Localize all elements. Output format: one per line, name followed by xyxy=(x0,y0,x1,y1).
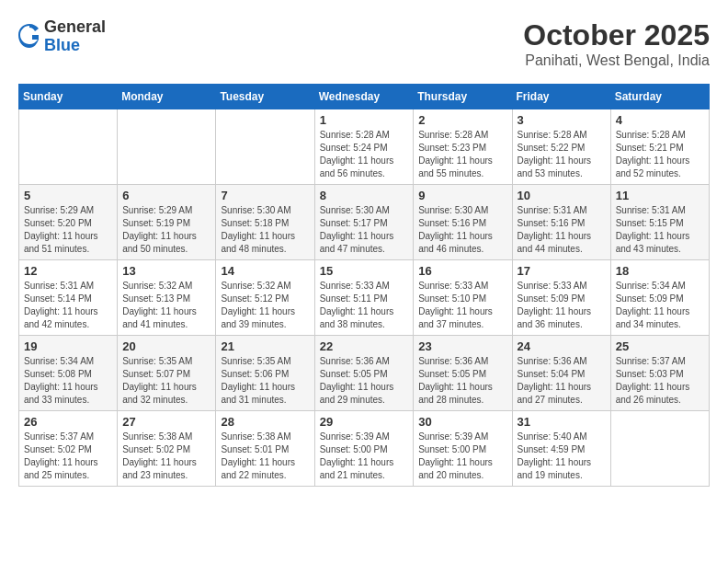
calendar-cell: 11Sunrise: 5:31 AM Sunset: 5:15 PM Dayli… xyxy=(610,185,709,260)
day-info: Sunrise: 5:40 AM Sunset: 4:59 PM Dayligh… xyxy=(518,431,606,482)
day-info: Sunrise: 5:36 AM Sunset: 5:05 PM Dayligh… xyxy=(418,355,506,407)
day-number: 24 xyxy=(518,339,606,353)
logo: General Blue xyxy=(18,18,106,55)
calendar-week-5: 26Sunrise: 5:37 AM Sunset: 5:02 PM Dayli… xyxy=(19,411,710,487)
day-info: Sunrise: 5:35 AM Sunset: 5:07 PM Dayligh… xyxy=(122,355,210,407)
calendar-cell: 29Sunrise: 5:39 AM Sunset: 5:00 PM Dayli… xyxy=(314,411,414,487)
calendar-cell: 24Sunrise: 5:36 AM Sunset: 5:04 PM Dayli… xyxy=(512,336,610,411)
day-number: 3 xyxy=(518,113,606,127)
day-info: Sunrise: 5:31 AM Sunset: 5:16 PM Dayligh… xyxy=(518,204,606,256)
day-number: 5 xyxy=(24,189,112,202)
day-info: Sunrise: 5:29 AM Sunset: 5:20 PM Dayligh… xyxy=(24,204,112,256)
weekday-header-wednesday: Wednesday xyxy=(314,85,414,109)
weekday-header-saturday: Saturday xyxy=(610,85,709,109)
logo-general-text: General xyxy=(44,18,106,37)
day-number: 7 xyxy=(221,189,309,202)
day-number: 12 xyxy=(24,264,112,278)
calendar-cell: 1Sunrise: 5:28 AM Sunset: 5:24 PM Daylig… xyxy=(314,109,414,185)
day-info: Sunrise: 5:29 AM Sunset: 5:19 PM Dayligh… xyxy=(122,204,210,256)
day-number: 2 xyxy=(418,113,506,127)
day-info: Sunrise: 5:31 AM Sunset: 5:15 PM Dayligh… xyxy=(616,204,704,256)
calendar-cell: 26Sunrise: 5:37 AM Sunset: 5:02 PM Dayli… xyxy=(19,411,118,487)
calendar-cell: 6Sunrise: 5:29 AM Sunset: 5:19 PM Daylig… xyxy=(118,185,216,260)
calendar-header: SundayMondayTuesdayWednesdayThursdayFrid… xyxy=(19,85,710,109)
day-number: 30 xyxy=(418,415,506,429)
day-info: Sunrise: 5:36 AM Sunset: 5:04 PM Dayligh… xyxy=(518,355,606,407)
day-number: 16 xyxy=(418,264,506,278)
day-info: Sunrise: 5:34 AM Sunset: 5:09 PM Dayligh… xyxy=(616,280,704,331)
day-number: 29 xyxy=(320,415,409,429)
calendar-cell: 2Sunrise: 5:28 AM Sunset: 5:23 PM Daylig… xyxy=(414,109,512,185)
calendar-week-1: 1Sunrise: 5:28 AM Sunset: 5:24 PM Daylig… xyxy=(19,109,710,185)
day-number: 31 xyxy=(518,415,606,429)
calendar-cell: 20Sunrise: 5:35 AM Sunset: 5:07 PM Dayli… xyxy=(118,336,216,411)
day-info: Sunrise: 5:39 AM Sunset: 5:00 PM Dayligh… xyxy=(418,431,506,482)
day-number: 8 xyxy=(320,189,409,202)
calendar-cell: 15Sunrise: 5:33 AM Sunset: 5:11 PM Dayli… xyxy=(314,260,414,336)
calendar-cell xyxy=(19,109,118,185)
day-info: Sunrise: 5:37 AM Sunset: 5:02 PM Dayligh… xyxy=(24,431,112,482)
day-info: Sunrise: 5:34 AM Sunset: 5:08 PM Dayligh… xyxy=(24,355,112,407)
calendar-cell: 13Sunrise: 5:32 AM Sunset: 5:13 PM Dayli… xyxy=(118,260,216,336)
day-info: Sunrise: 5:31 AM Sunset: 5:14 PM Dayligh… xyxy=(24,280,112,331)
calendar-cell: 17Sunrise: 5:33 AM Sunset: 5:09 PM Dayli… xyxy=(512,260,610,336)
day-info: Sunrise: 5:33 AM Sunset: 5:11 PM Dayligh… xyxy=(320,280,409,331)
day-number: 15 xyxy=(320,264,409,278)
weekday-header-tuesday: Tuesday xyxy=(216,85,314,109)
calendar-cell xyxy=(610,411,709,487)
day-info: Sunrise: 5:28 AM Sunset: 5:22 PM Dayligh… xyxy=(518,129,606,180)
day-number: 11 xyxy=(616,189,704,202)
calendar-cell: 4Sunrise: 5:28 AM Sunset: 5:21 PM Daylig… xyxy=(610,109,709,185)
calendar-cell: 28Sunrise: 5:38 AM Sunset: 5:01 PM Dayli… xyxy=(216,411,314,487)
calendar-cell: 3Sunrise: 5:28 AM Sunset: 5:22 PM Daylig… xyxy=(512,109,610,185)
day-number: 1 xyxy=(320,113,409,127)
day-number: 28 xyxy=(221,415,309,429)
weekday-header-thursday: Thursday xyxy=(414,85,512,109)
logo-blue-text: Blue xyxy=(44,37,106,55)
day-number: 6 xyxy=(122,189,210,202)
day-number: 10 xyxy=(518,189,606,202)
day-info: Sunrise: 5:28 AM Sunset: 5:21 PM Dayligh… xyxy=(616,129,704,180)
day-number: 25 xyxy=(616,339,704,353)
weekday-header-friday: Friday xyxy=(512,85,610,109)
calendar-cell: 12Sunrise: 5:31 AM Sunset: 5:14 PM Dayli… xyxy=(19,260,118,336)
day-number: 21 xyxy=(221,339,309,353)
day-info: Sunrise: 5:36 AM Sunset: 5:05 PM Dayligh… xyxy=(320,355,409,407)
calendar-cell: 22Sunrise: 5:36 AM Sunset: 5:05 PM Dayli… xyxy=(314,336,414,411)
day-number: 26 xyxy=(24,415,112,429)
weekday-header-sunday: Sunday xyxy=(19,85,118,109)
day-info: Sunrise: 5:28 AM Sunset: 5:23 PM Dayligh… xyxy=(418,129,506,180)
calendar-cell: 25Sunrise: 5:37 AM Sunset: 5:03 PM Dayli… xyxy=(610,336,709,411)
day-number: 14 xyxy=(221,264,309,278)
day-number: 19 xyxy=(24,339,112,353)
calendar-cell: 8Sunrise: 5:30 AM Sunset: 5:17 PM Daylig… xyxy=(314,185,414,260)
weekday-header-monday: Monday xyxy=(118,85,216,109)
day-info: Sunrise: 5:38 AM Sunset: 5:01 PM Dayligh… xyxy=(221,431,309,482)
day-number: 4 xyxy=(616,113,704,127)
page-subtitle: Panihati, West Bengal, India xyxy=(523,52,710,69)
calendar-cell: 23Sunrise: 5:36 AM Sunset: 5:05 PM Dayli… xyxy=(414,336,512,411)
calendar-cell: 31Sunrise: 5:40 AM Sunset: 4:59 PM Dayli… xyxy=(512,411,610,487)
day-info: Sunrise: 5:30 AM Sunset: 5:17 PM Dayligh… xyxy=(320,204,409,256)
logo-icon xyxy=(18,24,40,50)
calendar-cell: 21Sunrise: 5:35 AM Sunset: 5:06 PM Dayli… xyxy=(216,336,314,411)
weekday-row: SundayMondayTuesdayWednesdayThursdayFrid… xyxy=(19,85,710,109)
day-info: Sunrise: 5:33 AM Sunset: 5:10 PM Dayligh… xyxy=(418,280,506,331)
calendar-cell: 14Sunrise: 5:32 AM Sunset: 5:12 PM Dayli… xyxy=(216,260,314,336)
calendar-week-2: 5Sunrise: 5:29 AM Sunset: 5:20 PM Daylig… xyxy=(19,185,710,260)
day-info: Sunrise: 5:33 AM Sunset: 5:09 PM Dayligh… xyxy=(518,280,606,331)
day-number: 9 xyxy=(418,189,506,202)
day-info: Sunrise: 5:32 AM Sunset: 5:13 PM Dayligh… xyxy=(122,280,210,331)
calendar-cell: 30Sunrise: 5:39 AM Sunset: 5:00 PM Dayli… xyxy=(414,411,512,487)
calendar-body: 1Sunrise: 5:28 AM Sunset: 5:24 PM Daylig… xyxy=(19,109,710,487)
day-number: 23 xyxy=(418,339,506,353)
page-title: October 2025 xyxy=(523,18,710,52)
calendar-cell: 5Sunrise: 5:29 AM Sunset: 5:20 PM Daylig… xyxy=(19,185,118,260)
calendar-cell: 9Sunrise: 5:30 AM Sunset: 5:16 PM Daylig… xyxy=(414,185,512,260)
day-number: 18 xyxy=(616,264,704,278)
calendar-cell: 10Sunrise: 5:31 AM Sunset: 5:16 PM Dayli… xyxy=(512,185,610,260)
day-info: Sunrise: 5:28 AM Sunset: 5:24 PM Dayligh… xyxy=(320,129,409,180)
calendar-week-3: 12Sunrise: 5:31 AM Sunset: 5:14 PM Dayli… xyxy=(19,260,710,336)
day-info: Sunrise: 5:39 AM Sunset: 5:00 PM Dayligh… xyxy=(320,431,409,482)
calendar-cell xyxy=(118,109,216,185)
